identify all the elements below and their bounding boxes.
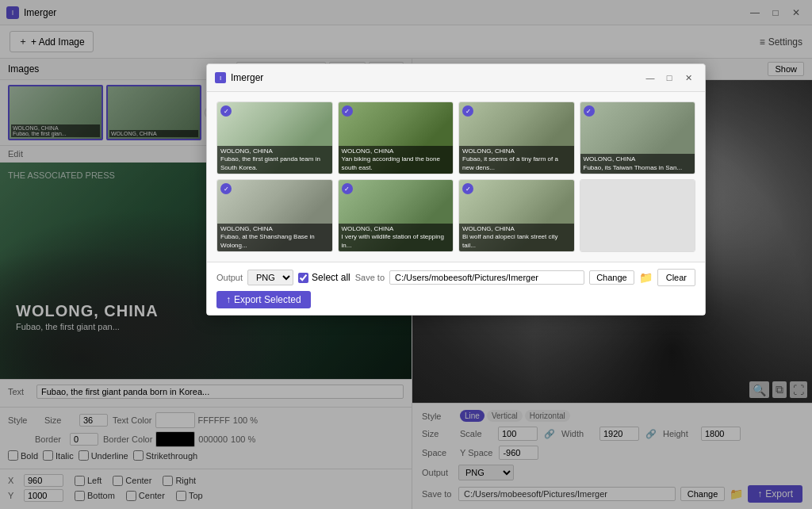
modal-image-8[interactable] (580, 179, 696, 252)
modal-save-label: Save to (355, 273, 385, 282)
modal-caption-1: WOLONG, CHINAFubao, the first giant pand… (217, 146, 332, 174)
modal-check-2: ✓ (342, 105, 353, 117)
modal-caption-5: WOLONG, CHINAFubao, at the Shanshang Bas… (217, 224, 332, 251)
modal-caption-4: WOLONG, CHINAFubao, its Taiwan Thomas in… (580, 154, 695, 174)
modal-check-4: ✓ (584, 105, 595, 117)
modal-caption-6: WOLONG, CHINAI very with wildlife statio… (339, 224, 454, 251)
modal-output-group: Output PNG JPG (216, 270, 293, 285)
modal-image-3[interactable]: ✓ WOLONG, CHINAFubao, it seems of a tiny… (458, 101, 575, 174)
modal-overlay[interactable]: I Imerger — □ ✕ ✓ WOLONG, CHINAFubao, th… (0, 0, 812, 509)
export-selected-icon: ↑ (226, 294, 231, 305)
modal-image-8-preview (580, 180, 695, 251)
modal-change-button[interactable]: Change (589, 270, 634, 285)
modal-caption-3: WOLONG, CHINAFubao, it seems of a tiny f… (459, 146, 574, 174)
modal-bottom: Output PNG JPG Select all Save to Change… (207, 262, 705, 315)
modal-image-7[interactable]: ✓ WOLONG, CHINABi wolf and alopeci tank … (458, 179, 575, 252)
modal-export-selected-button[interactable]: ↑ Export Selected (216, 291, 311, 308)
modal-caption-2: WOLONG, CHINAYan biking according land t… (339, 146, 454, 174)
modal-close-button[interactable]: ✕ (680, 69, 697, 86)
modal-image-5[interactable]: ✓ WOLONG, CHINAFubao, at the Shanshang B… (216, 179, 333, 252)
modal-maximize-button[interactable]: □ (661, 69, 678, 86)
modal-caption-7: WOLONG, CHINABi wolf and alopeci tank st… (459, 224, 574, 251)
modal-save-path-input[interactable] (389, 270, 584, 285)
modal-minimize-button[interactable]: — (642, 69, 659, 86)
modal-check-3: ✓ (462, 105, 473, 117)
modal-image-4[interactable]: ✓ WOLONG, CHINAFubao, its Taiwan Thomas … (580, 101, 696, 174)
modal-image-grid: ✓ WOLONG, CHINAFubao, the first giant pa… (207, 92, 705, 262)
modal-window-controls: — □ ✕ (642, 69, 697, 86)
modal-title: Imerger (231, 72, 263, 83)
modal-check-6: ✓ (342, 183, 353, 194)
modal-check-7: ✓ (462, 183, 473, 194)
modal-output-label: Output (216, 273, 243, 282)
modal-check-5: ✓ (220, 183, 232, 194)
modal-icon: I (215, 72, 226, 83)
select-all-label: Select all (312, 272, 350, 283)
modal-image-1[interactable]: ✓ WOLONG, CHINAFubao, the first giant pa… (216, 101, 333, 174)
modal-check-1: ✓ (220, 105, 232, 117)
export-selected-label: Export Selected (234, 294, 301, 305)
modal-output-select[interactable]: PNG JPG (247, 270, 293, 285)
modal-clear-button[interactable]: Clear (657, 269, 695, 286)
select-all-group: Select all (298, 272, 350, 283)
modal-save-row: Save to Change 📁 (355, 270, 653, 285)
modal-image-6[interactable]: ✓ WOLONG, CHINAI very with wildlife stat… (338, 179, 454, 252)
modal-folder-icon-button[interactable]: 📁 (639, 271, 653, 284)
modal-image-2[interactable]: ✓ WOLONG, CHINAYan biking according land… (338, 101, 454, 174)
modal-dialog: I Imerger — □ ✕ ✓ WOLONG, CHINAFubao, th… (206, 63, 706, 316)
select-all-checkbox[interactable] (298, 273, 308, 283)
modal-title-bar: I Imerger — □ ✕ (207, 64, 705, 92)
